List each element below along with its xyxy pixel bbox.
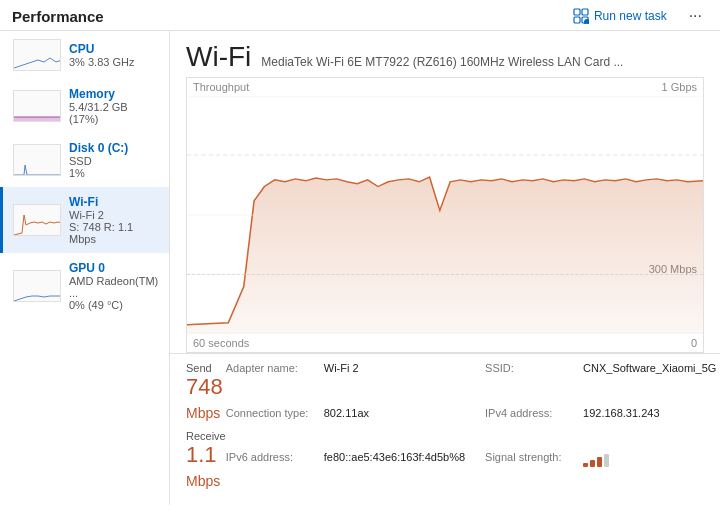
- chart-max-label: 1 Gbps: [662, 81, 697, 93]
- sidebar-item-memory[interactable]: Memory 5.4/31.2 GB (17%): [0, 79, 169, 133]
- ssid-label: SSID:: [485, 362, 575, 403]
- cpu-mini-chart: [13, 39, 61, 71]
- disk0-detail1: SSD: [69, 155, 159, 167]
- throughput-label: Throughput: [193, 81, 249, 93]
- ipv4-row: IPv4 address: 192.168.31.243: [485, 407, 716, 448]
- gpu0-label: GPU 0: [69, 261, 159, 275]
- sidebar: CPU 3% 3.83 GHz Memory 5.4/31.2 GB (17%): [0, 31, 170, 505]
- more-button[interactable]: ···: [683, 6, 708, 26]
- wifi-detail1: Wi-Fi 2: [69, 209, 159, 221]
- send-value: 748 Mbps: [186, 375, 226, 423]
- wifi-chart-area: Throughput 1 Gbps 300 Mbps 60 seconds 0: [186, 77, 704, 353]
- wifi-title: Wi-Fi: [186, 41, 251, 73]
- memory-detail: 5.4/31.2 GB (17%): [69, 101, 159, 125]
- wifi-header: Wi-Fi MediaTek Wi-Fi 6E MT7922 (RZ616) 1…: [170, 31, 720, 77]
- adapter-name-value: Wi-Fi 2: [324, 362, 359, 403]
- gpu0-detail1: AMD Radeon(TM) ...: [69, 275, 159, 299]
- svg-rect-2: [574, 17, 580, 23]
- memory-label: Memory: [69, 87, 159, 101]
- gpu0-detail2: 0% (49 °C): [69, 299, 159, 311]
- wifi-chart-svg: [187, 96, 703, 334]
- ssid-value: CNX_Software_Xiaomi_5G: [583, 362, 716, 403]
- ipv6-label: IPv6 address:: [226, 451, 316, 496]
- send-stat: Send 748 Mbps: [186, 362, 226, 423]
- svg-rect-1: [582, 9, 588, 15]
- disk0-mini-chart: [13, 144, 61, 176]
- stats-area: Send 748 Mbps Receive 1.1 Mbps: [170, 353, 720, 505]
- connection-type-row: Connection type: 802.11ax: [226, 407, 465, 448]
- signal-bars: [583, 451, 609, 467]
- sidebar-item-disk0[interactable]: Disk 0 (C:) SSD 1%: [0, 133, 169, 187]
- ipv4-label: IPv4 address:: [485, 407, 575, 448]
- adapter-name-label: Adapter name:: [226, 362, 316, 403]
- stats-send-receive: Send 748 Mbps Receive 1.1 Mbps: [186, 362, 226, 497]
- header: Performance + Run new task ···: [0, 0, 720, 31]
- wifi-mini-chart: [13, 204, 61, 236]
- run-task-button[interactable]: + Run new task: [567, 6, 673, 26]
- svg-rect-0: [574, 9, 580, 15]
- signal-bar-1: [583, 463, 588, 467]
- signal-bar-4: [604, 454, 609, 467]
- content-area: Wi-Fi MediaTek Wi-Fi 6E MT7922 (RZ616) 1…: [170, 31, 720, 505]
- ipv4-value: 192.168.31.243: [583, 407, 659, 448]
- wifi-detail2: S: 748 R: 1.1 Mbps: [69, 221, 159, 245]
- stats-details: Adapter name: Wi-Fi 2 SSID: CNX_Software…: [226, 362, 717, 497]
- sidebar-item-cpu[interactable]: CPU 3% 3.83 GHz: [0, 31, 169, 79]
- header-actions: + Run new task ···: [567, 6, 708, 26]
- ipv6-row: IPv6 address: fe80::ae5:43e6:163f:4d5b%8: [226, 451, 465, 496]
- connection-type-label: Connection type:: [226, 407, 316, 448]
- page-title: Performance: [12, 8, 104, 25]
- svg-rect-6: [14, 117, 61, 121]
- signal-strength-row: Signal strength:: [485, 451, 716, 496]
- signal-bar-3: [597, 457, 602, 467]
- sidebar-item-gpu0[interactable]: GPU 0 AMD Radeon(TM) ... 0% (49 °C): [0, 253, 169, 319]
- connection-type-value: 802.11ax: [324, 407, 369, 448]
- gpu0-mini-chart: [13, 270, 61, 302]
- signal-bar-2: [590, 460, 595, 467]
- ipv6-value: fe80::ae5:43e6:163f:4d5b%8: [324, 451, 465, 496]
- adapter-name-row: Adapter name: Wi-Fi 2: [226, 362, 465, 403]
- cpu-detail: 3% 3.83 GHz: [69, 56, 159, 68]
- signal-strength-label: Signal strength:: [485, 451, 575, 496]
- receive-label: Receive: [186, 430, 226, 442]
- chart-zero-label: 0: [691, 337, 697, 349]
- receive-stat: Receive 1.1 Mbps: [186, 430, 226, 491]
- more-icon: ···: [689, 7, 702, 24]
- disk0-label: Disk 0 (C:): [69, 141, 159, 155]
- svg-text:+: +: [585, 21, 588, 25]
- receive-value: 1.1 Mbps: [186, 443, 226, 491]
- disk0-detail2: 1%: [69, 167, 159, 179]
- wifi-adapter-name: MediaTek Wi-Fi 6E MT7922 (RZ616) 160MHz …: [261, 55, 623, 69]
- sidebar-item-wifi[interactable]: Wi-Fi Wi-Fi 2 S: 748 R: 1.1 Mbps: [0, 187, 169, 253]
- cpu-label: CPU: [69, 42, 159, 56]
- run-task-label: Run new task: [594, 9, 667, 23]
- wifi-label: Wi-Fi: [69, 195, 159, 209]
- signal-strength-value: [583, 451, 609, 496]
- ssid-row: SSID: CNX_Software_Xiaomi_5G: [485, 362, 716, 403]
- run-task-icon: +: [573, 8, 589, 24]
- chart-time-label: 60 seconds: [193, 337, 249, 349]
- main-layout: CPU 3% 3.83 GHz Memory 5.4/31.2 GB (17%): [0, 31, 720, 505]
- memory-mini-chart: [13, 90, 61, 122]
- send-label: Send: [186, 362, 226, 374]
